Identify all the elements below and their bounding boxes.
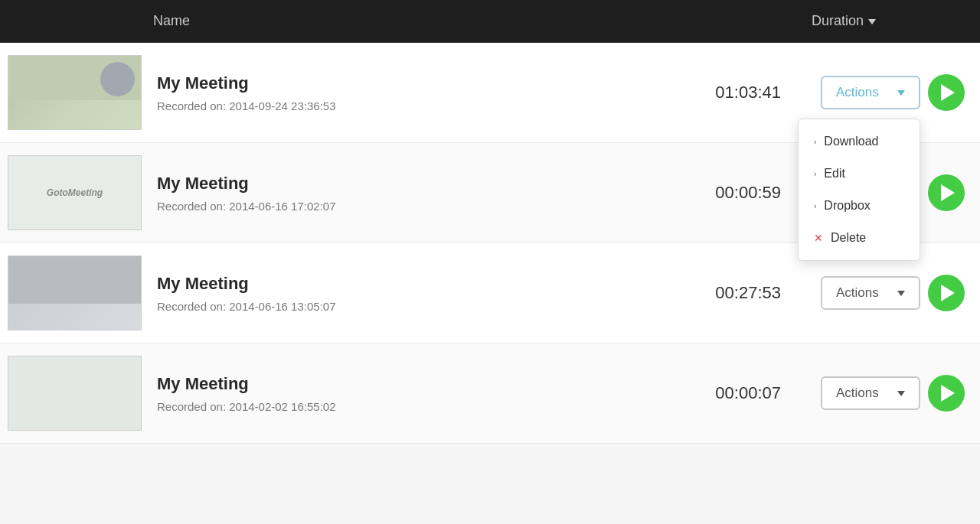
actions-label: Actions — [836, 386, 879, 401]
table-row: My Meeting Recorded on: 2014-02-02 16:55… — [0, 343, 980, 444]
dropdown-item-label: Delete — [831, 231, 866, 245]
actions-button[interactable]: Actions — [821, 276, 920, 310]
duration-value: 01:03:41 — [658, 83, 796, 103]
play-button[interactable] — [928, 74, 965, 111]
bullet-icon: › — [814, 202, 816, 210]
duration-value: 00:00:59 — [658, 183, 796, 203]
actions-area: Actions — [796, 375, 965, 412]
recording-info: My Meeting Recorded on: 2014-02-02 16:55… — [157, 374, 658, 413]
delete-icon: ✕ — [814, 232, 823, 244]
duration-value: 00:00:07 — [658, 383, 796, 403]
table-row: My Meeting Recorded on: 2014-09-24 23:36… — [0, 43, 980, 143]
recording-info: My Meeting Recorded on: 2014-06-16 17:02… — [157, 174, 658, 213]
recordings-list: My Meeting Recorded on: 2014-09-24 23:36… — [0, 43, 980, 524]
dropdown-arrow-icon — [897, 90, 905, 96]
duration-value: 00:27:53 — [658, 283, 796, 303]
actions-label: Actions — [836, 285, 879, 301]
recording-date: Recorded on: 2014-09-24 23:36:53 — [157, 99, 658, 112]
actions-area: Actions › Download › Edit › Dropbox — [796, 74, 965, 111]
dropdown-item-edit[interactable]: › Edit — [799, 158, 920, 190]
recording-title: My Meeting — [157, 73, 658, 93]
thumbnail-logo: GotoMeeting — [47, 187, 103, 198]
table-header: Name Duration — [0, 0, 980, 43]
dropdown-item-delete[interactable]: ✕ Delete — [799, 222, 920, 254]
play-icon — [941, 285, 955, 301]
actions-label: Actions — [836, 85, 879, 100]
play-icon — [941, 385, 955, 402]
dropdown-arrow-icon — [897, 391, 905, 396]
recording-thumbnail — [8, 55, 142, 130]
play-icon — [941, 184, 955, 201]
actions-area: Actions — [796, 275, 965, 311]
play-button[interactable] — [928, 275, 965, 311]
recording-title: My Meeting — [157, 274, 658, 294]
dropdown-item-label: Dropbox — [824, 199, 870, 213]
actions-button[interactable]: Actions — [821, 376, 920, 410]
recording-date: Recorded on: 2014-06-16 17:02:07 — [157, 200, 658, 213]
actions-dropdown-menu: › Download › Edit › Dropbox ✕ Delete — [798, 119, 920, 261]
sort-arrow-icon — [868, 19, 876, 24]
dropdown-item-label: Edit — [824, 167, 845, 181]
dropdown-item-label: Download — [824, 135, 878, 148]
dropdown-item-dropbox[interactable]: › Dropbox — [799, 190, 920, 222]
recording-title: My Meeting — [157, 174, 658, 194]
actions-button[interactable]: Actions — [821, 76, 920, 109]
recording-info: My Meeting Recorded on: 2014-06-16 13:05… — [157, 274, 658, 313]
recording-thumbnail — [8, 255, 142, 330]
recording-thumbnail: GotoMeeting — [8, 155, 142, 230]
dropdown-item-download[interactable]: › Download — [799, 125, 920, 158]
recording-date: Recorded on: 2014-02-02 16:55:02 — [157, 400, 658, 413]
bullet-icon: › — [814, 138, 816, 146]
duration-column-header[interactable]: Duration — [812, 13, 965, 29]
recording-thumbnail — [8, 356, 142, 431]
play-button[interactable] — [928, 375, 965, 412]
recording-info: My Meeting Recorded on: 2014-09-24 23:36… — [157, 73, 658, 112]
bullet-icon: › — [814, 170, 816, 178]
name-column-header: Name — [153, 13, 812, 29]
dropdown-arrow-icon — [897, 291, 905, 296]
recording-date: Recorded on: 2014-06-16 13:05:07 — [157, 300, 658, 313]
play-button[interactable] — [928, 174, 965, 211]
play-icon — [941, 84, 955, 101]
recording-title: My Meeting — [157, 374, 658, 394]
